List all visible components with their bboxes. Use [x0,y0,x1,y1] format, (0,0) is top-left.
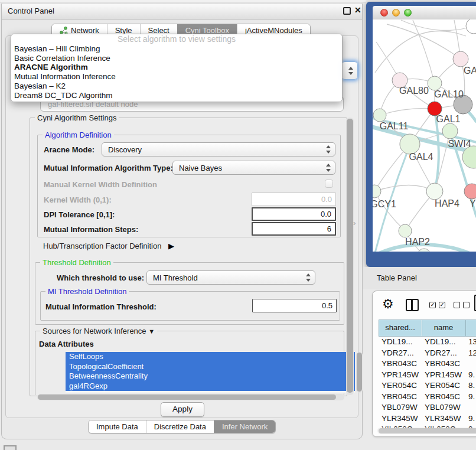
network-window-titlebar[interactable] [373,6,476,20]
table-panel-header: Table Panel [363,267,476,289]
tab-impute-data[interactable]: Impute Data [89,420,146,433]
expand-arrow-icon: ▶ [168,242,174,250]
collapse-arrow-icon[interactable]: ▼ [148,328,155,335]
popup-item[interactable]: Dream8 DC_TDC Algorithm [11,91,342,100]
network-view-window: GAL GAL80 GAL10 GAL1 GAL11 GAL4 SWI4 GCY… [366,2,476,267]
group-title: Sources for Network Inference ▼ [40,327,157,335]
which-threshold-combo[interactable]: MI Threshold [146,270,315,285]
list-item[interactable]: gal4RGexp [66,381,355,392]
column-view-icon[interactable] [406,299,419,311]
mac-minimize-icon[interactable] [392,9,400,17]
popup-item[interactable]: Basic Correlation Inference [11,54,342,63]
node-salmon[interactable] [464,184,476,199]
popup-item[interactable]: Bayesian – Hill Climbing [11,44,342,54]
stepper-icon [348,67,354,75]
gear-icon[interactable]: ⚙ [382,296,394,312]
table-row[interactable]: YLR345W YLR345W 9. [379,413,476,425]
mi-algorithm-type-combo[interactable]: Naive Bayes [172,161,335,175]
list-item[interactable]: TopologicalCoefficient [66,362,355,372]
node-gal4[interactable] [400,134,420,154]
table-row[interactable]: YBL079W YBL079W [379,402,476,413]
node[interactable] [418,249,431,252]
manual-kernel-checkbox[interactable] [325,180,333,188]
list-item[interactable]: BetweennessCentrality [66,371,355,381]
close-icon[interactable]: ✕ [354,6,362,14]
deselect-all-icon[interactable] [463,302,470,308]
tab-label: Infer Network [222,422,268,431]
tab-discretize-data[interactable]: Discretize Data [146,420,214,433]
panel-horizontal-scrollbar[interactable] [37,394,344,400]
node-gal11[interactable] [373,109,386,122]
group-title: Algorithm Definition [43,131,114,139]
mac-zoom-icon[interactable] [404,9,412,17]
table-row[interactable]: YPR145W YPR145W 9. [379,370,476,381]
manual-kernel-label: Manual Kernel Width Definition [44,180,157,189]
list-scrollbar[interactable] [356,352,363,393]
node[interactable] [442,123,458,139]
popup-prompt: Select algorithm to view settings [11,34,342,44]
column-header[interactable]: shared... [379,320,422,336]
mi-threshold-group: MI Threshold Definition Mutual Informati… [40,291,340,321]
hub-definition-toggle[interactable]: Hub/Transcription Factor Definition ▶ [43,242,174,250]
table-row[interactable]: YBR045C YBR045C 9. [379,392,476,403]
combo-value: Naive Bayes [179,164,222,172]
cell: YBR045C [422,392,465,403]
table-horizontal-scrollbar[interactable] [377,428,476,434]
table-header-row: shared... name [379,319,476,337]
mac-close-icon[interactable] [380,9,388,17]
cell: YER054C [422,380,465,392]
aracne-mode-label: Aracne Mode: [44,145,94,154]
select-all-icon[interactable]: ✓ [439,302,445,308]
deselect-all-icon[interactable] [454,302,460,308]
group-title: Threshold Definition [40,258,113,267]
cell: 9. [465,370,476,381]
node-hap4[interactable] [426,183,443,200]
tab-infer-network[interactable]: Infer Network [214,420,275,433]
float-window-icon[interactable] [343,7,351,15]
mi-steps-field[interactable] [252,222,336,236]
dpi-tolerance-field[interactable] [252,207,336,221]
node-label: GAL80 [399,86,429,96]
table-row[interactable]: YBR043C YBR043C [379,358,476,370]
cell: YDL19... [422,337,465,348]
which-threshold-label: Which threshold to use: [57,273,144,282]
network-canvas[interactable]: GAL GAL80 GAL10 GAL1 GAL11 GAL4 SWI4 GCY… [373,19,476,252]
cell: 9. [465,392,476,403]
column-header[interactable]: name [422,320,465,336]
cell [465,402,476,413]
table-panel: ⚙ ✓ ✓ shared... name YDL19... YDL19... 1… [372,291,476,437]
node-gcy1[interactable] [373,185,381,198]
cell: YPR145W [379,370,422,381]
popup-item[interactable]: Mutual Information Inference [11,72,342,81]
column-header[interactable] [465,320,476,336]
edge [374,185,435,192]
node-gal10[interactable] [428,76,442,90]
mini-panel-icon[interactable] [4,445,17,450]
table-row[interactable]: YDL19... YDL19... 13 [379,337,476,348]
settings-scrollbar[interactable] [346,118,354,395]
mi-steps-label: Mutual Information Steps: [44,225,138,234]
node-hap2[interactable] [399,224,412,237]
select-all-icon[interactable]: ✓ [429,302,436,308]
kernel-width-field[interactable] [252,193,336,206]
aracne-mode-combo[interactable]: Discovery [102,142,335,156]
mi-threshold-field[interactable] [252,299,337,312]
popup-item-selected[interactable]: ARACNE Algorithm [11,63,342,72]
node-gal-partial[interactable] [453,51,468,67]
stepper-icon [326,164,331,172]
list-item[interactable]: SelfLoops [66,352,355,362]
table-row[interactable]: YER054C YER054C 8. [379,380,476,392]
node[interactable] [466,19,476,34]
mi-threshold-label: Mutual Information Threshold: [45,302,157,311]
sources-title: Sources for Network Inference [43,327,146,335]
combo-value: Discovery [108,145,142,154]
table-panel-title: Table Panel [377,273,417,282]
popup-item[interactable]: Bayesian – K2 [11,81,342,91]
table-row[interactable]: YDR27... YDR27... 12 [379,348,476,359]
panel-splitter-arrow-icon[interactable]: › [353,219,356,227]
data-attributes-label: Data Attributes [39,340,94,348]
cyni-bottom-tabs: Impute Data Discretize Data Infer Networ… [88,420,276,433]
panel-title: Control Panel [8,6,54,15]
apply-button[interactable]: Apply [161,402,204,417]
algorithm-combo-stepper[interactable] [341,61,358,80]
